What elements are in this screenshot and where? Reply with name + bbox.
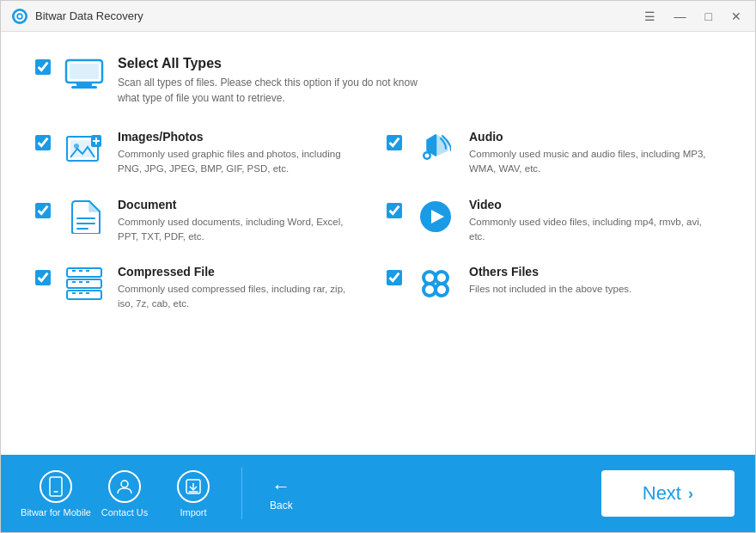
images-checkbox[interactable] bbox=[35, 135, 51, 150]
person-icon bbox=[116, 478, 133, 495]
video-icon bbox=[418, 199, 453, 234]
svg-point-39 bbox=[437, 285, 446, 294]
import-icon bbox=[177, 470, 210, 503]
mobile-button[interactable]: Bitwar for Mobile bbox=[21, 463, 90, 524]
menu-button[interactable]: ☰ bbox=[641, 9, 659, 24]
images-description: Commonly used graphic files and photos, … bbox=[118, 147, 358, 177]
svg-point-2 bbox=[18, 15, 21, 18]
video-text: Video Commonly used video files, includi… bbox=[469, 198, 710, 245]
type-item-audio: Audio Commonly used music and audio file… bbox=[387, 130, 721, 177]
title-bar: Bitwar Data Recovery ☰ — □ ✕ bbox=[1, 1, 755, 32]
compressed-checkbox-wrap[interactable] bbox=[35, 270, 51, 289]
audio-label: Audio bbox=[469, 130, 710, 144]
select-all-checkbox-wrap[interactable] bbox=[35, 59, 51, 78]
document-description: Commonly used documents, including Word,… bbox=[118, 215, 358, 245]
others-icon bbox=[418, 266, 453, 301]
svg-point-42 bbox=[121, 481, 128, 487]
images-checkbox-wrap[interactable] bbox=[35, 135, 51, 154]
close-button[interactable]: ✕ bbox=[728, 9, 745, 24]
document-checkbox[interactable] bbox=[35, 203, 51, 218]
images-label: Images/Photos bbox=[118, 130, 358, 144]
main-content: Select All Types Scan all types of files… bbox=[1, 32, 755, 455]
phone-icon bbox=[48, 476, 64, 497]
back-label: Back bbox=[270, 499, 293, 512]
bottom-bar: Bitwar for Mobile Contact Us Import bbox=[1, 455, 755, 532]
svg-point-14 bbox=[425, 154, 430, 158]
audio-checkbox[interactable] bbox=[387, 135, 402, 150]
video-label: Video bbox=[469, 198, 710, 211]
document-icon-wrap bbox=[63, 198, 106, 236]
select-all-description: Scan all types of files. Please check th… bbox=[118, 75, 427, 106]
svg-point-36 bbox=[425, 273, 434, 282]
mobile-icon bbox=[40, 470, 72, 503]
minimize-button[interactable]: — bbox=[671, 9, 690, 24]
contact-button[interactable]: Contact Us bbox=[90, 463, 159, 524]
svg-rect-22 bbox=[67, 291, 101, 299]
svg-point-38 bbox=[425, 285, 434, 294]
select-all-row: Select All Types Scan all types of files… bbox=[35, 56, 721, 106]
select-all-label: Select All Types bbox=[118, 56, 427, 71]
contact-label: Contact Us bbox=[101, 507, 148, 518]
audio-icon-wrap bbox=[414, 130, 457, 168]
others-text: Others Files Files not included in the a… bbox=[469, 265, 631, 297]
audio-description: Commonly used music and audio files, inc… bbox=[469, 147, 710, 177]
others-checkbox[interactable] bbox=[387, 270, 402, 285]
video-checkbox[interactable] bbox=[387, 203, 402, 218]
next-chevron-icon: › bbox=[688, 485, 693, 503]
next-button[interactable]: Next › bbox=[601, 470, 735, 517]
document-checkbox-wrap[interactable] bbox=[35, 203, 51, 222]
type-item-document: Document Commonly used documents, includ… bbox=[35, 198, 369, 245]
document-label: Document bbox=[118, 198, 358, 211]
maximize-button[interactable]: □ bbox=[702, 9, 716, 24]
contact-icon bbox=[108, 470, 141, 503]
import-label: Import bbox=[180, 507, 206, 518]
others-label: Others Files bbox=[469, 265, 631, 279]
bottom-divider bbox=[241, 468, 242, 519]
type-item-others: Others Files Files not included in the a… bbox=[387, 265, 721, 312]
images-text: Images/Photos Commonly used graphic file… bbox=[118, 130, 358, 177]
select-all-icon-wrap bbox=[63, 56, 106, 94]
video-icon-wrap bbox=[414, 198, 457, 236]
others-description: Files not included in the above types. bbox=[469, 282, 631, 297]
computer-icon bbox=[64, 58, 104, 91]
video-checkbox-wrap[interactable] bbox=[387, 203, 402, 222]
others-icon-wrap bbox=[414, 265, 457, 303]
next-label: Next bbox=[643, 482, 681, 505]
svg-rect-21 bbox=[67, 279, 101, 288]
audio-icon bbox=[420, 132, 451, 166]
svg-rect-4 bbox=[76, 83, 92, 86]
compressed-icon-wrap bbox=[63, 265, 106, 303]
back-arrow-icon: ← bbox=[271, 475, 290, 498]
type-item-video: Video Commonly used video files, includi… bbox=[387, 198, 721, 245]
svg-point-9 bbox=[74, 144, 79, 149]
video-description: Commonly used video files, including mp4… bbox=[469, 215, 710, 245]
svg-rect-6 bbox=[70, 64, 99, 79]
audio-checkbox-wrap[interactable] bbox=[387, 135, 402, 154]
select-all-text: Select All Types Scan all types of files… bbox=[118, 56, 427, 106]
compressed-icon bbox=[65, 266, 103, 301]
document-text: Document Commonly used documents, includ… bbox=[118, 198, 358, 245]
svg-rect-20 bbox=[67, 268, 101, 277]
mobile-label: Bitwar for Mobile bbox=[21, 507, 91, 518]
svg-rect-5 bbox=[71, 86, 97, 89]
others-checkbox-wrap[interactable] bbox=[387, 270, 402, 289]
images-icon bbox=[65, 133, 103, 164]
compressed-checkbox[interactable] bbox=[35, 270, 51, 285]
svg-point-37 bbox=[437, 273, 446, 282]
type-item-images: Images/Photos Commonly used graphic file… bbox=[35, 130, 369, 177]
import-button[interactable]: Import bbox=[159, 463, 228, 524]
type-item-compressed: Compressed File Commonly used compressed… bbox=[35, 265, 369, 312]
back-button[interactable]: ← Back bbox=[256, 469, 307, 518]
app-icon bbox=[11, 8, 28, 25]
svg-rect-40 bbox=[50, 477, 62, 496]
select-all-checkbox[interactable] bbox=[35, 59, 51, 75]
bottom-actions: Bitwar for Mobile Contact Us Import bbox=[21, 463, 601, 524]
compressed-text: Compressed File Commonly used compressed… bbox=[118, 265, 358, 312]
compressed-label: Compressed File bbox=[118, 265, 358, 279]
import-svg-icon bbox=[185, 478, 202, 495]
document-icon bbox=[67, 199, 101, 234]
app-title: Bitwar Data Recovery bbox=[35, 9, 641, 22]
compressed-description: Commonly used compressed files, includin… bbox=[118, 282, 358, 312]
images-icon-wrap bbox=[63, 130, 106, 168]
audio-text: Audio Commonly used music and audio file… bbox=[469, 130, 710, 177]
